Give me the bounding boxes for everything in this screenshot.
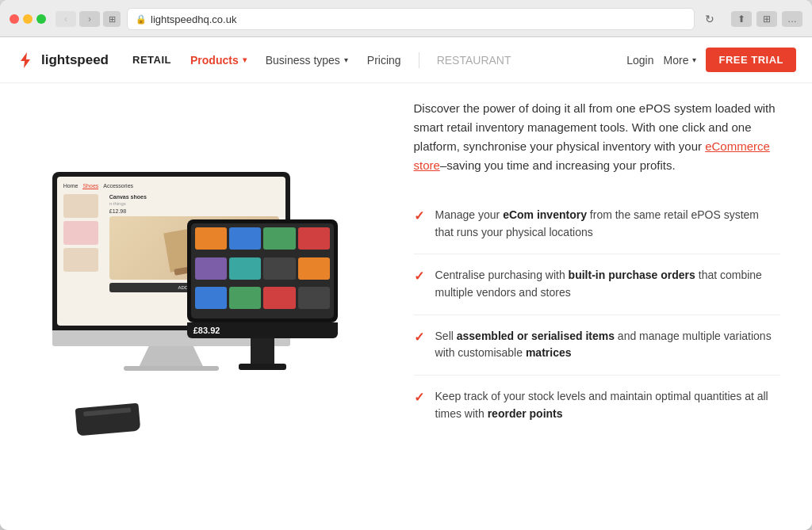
products-chevron-icon: ▾ xyxy=(243,55,247,64)
lock-icon: 🔒 xyxy=(136,14,147,25)
feature-list: ✓ Manage your eCom inventory from the sa… xyxy=(414,194,780,436)
screen-product-name: Canvas shoes xyxy=(109,194,279,200)
product-tile-4 xyxy=(298,227,330,250)
left-panel: Home Shoes Accessories xyxy=(0,83,390,530)
business-types-chevron-icon: ▾ xyxy=(344,55,348,64)
product-tile-1 xyxy=(195,227,227,250)
right-panel: Discover the power of doing it all from … xyxy=(390,83,812,530)
nav-items: RETAIL Products ▾ Business types ▾ Prici… xyxy=(124,49,626,71)
main-navigation: lightspeed RETAIL Products ▾ Business ty… xyxy=(0,37,812,83)
shoe-thumb-1 xyxy=(63,194,98,218)
free-trial-button[interactable]: FREE TRIAL xyxy=(706,48,796,72)
tablet-bottom-bar: £83.92 xyxy=(187,322,338,338)
product-tile-12 xyxy=(298,287,330,309)
browser-chrome: ‹ › ⊞ 🔒 lightspeedhq.co.uk ↻ ⬆ ⊞ … xyxy=(0,0,812,37)
nav-pricing[interactable]: Pricing xyxy=(359,49,409,71)
product-tile-5 xyxy=(195,257,227,280)
feature-item-4: ✓ Keep track of your stock levels and ma… xyxy=(414,376,780,435)
feature-item-1: ✓ Manage your eCom inventory from the sa… xyxy=(414,194,780,254)
page-content: lightspeed RETAIL Products ▾ Business ty… xyxy=(0,37,812,530)
shoe-thumb-2 xyxy=(63,221,98,245)
minimize-button[interactable] xyxy=(23,14,33,24)
feature-item-2: ✓ Centralise purchasing with built-in pu… xyxy=(414,254,780,315)
close-button[interactable] xyxy=(10,14,19,24)
more-button[interactable]: More ▾ xyxy=(664,54,697,67)
fullscreen-button[interactable] xyxy=(36,14,46,24)
nav-divider xyxy=(419,52,419,68)
tablet-inner xyxy=(191,223,334,318)
product-tile-2 xyxy=(229,227,261,250)
device-image: Home Shoes Accessories xyxy=(52,156,338,457)
product-tile-9 xyxy=(195,287,227,309)
feature-text-4: Keep track of your stock levels and main… xyxy=(435,388,780,422)
tab-bar: ‹ › ⊞ xyxy=(56,11,121,27)
nav-products[interactable]: Products ▾ xyxy=(182,49,255,71)
logo-area[interactable]: lightspeed xyxy=(16,51,109,70)
lightspeed-logo-icon xyxy=(16,51,35,70)
screen-nav-shoes: Shoes xyxy=(82,183,98,189)
login-button[interactable]: Login xyxy=(626,54,653,67)
add-tab-button[interactable]: ⊞ xyxy=(756,11,777,27)
reload-button[interactable]: ↻ xyxy=(701,11,718,27)
feature-text-2: Centralise purchasing with built-in purc… xyxy=(435,267,780,301)
intro-paragraph: Discover the power of doing it all from … xyxy=(414,99,780,175)
pos-amount: £83.92 xyxy=(193,326,220,335)
nav-business-types[interactable]: Business types ▾ xyxy=(258,49,356,71)
pos-tablet: £83.92 xyxy=(187,219,338,370)
product-tile-8 xyxy=(298,257,330,280)
check-icon-2: ✓ xyxy=(414,269,424,284)
browser-window: ‹ › ⊞ 🔒 lightspeedhq.co.uk ↻ ⬆ ⊞ … light… xyxy=(0,0,812,530)
tablet-stand xyxy=(251,338,274,370)
screen-nav-accessories: Accessories xyxy=(103,183,133,189)
nav-restaurant[interactable]: RESTAURANT xyxy=(429,49,519,71)
url-text: lightspeedhq.co.uk xyxy=(151,13,236,25)
check-icon-4: ✓ xyxy=(414,390,424,405)
browser-actions: ⬆ ⊞ … xyxy=(731,11,802,27)
product-tile-6 xyxy=(229,257,261,280)
feature-text-3: Sell assembled or serialised items and m… xyxy=(435,328,780,362)
address-bar[interactable]: 🔒 lightspeedhq.co.uk xyxy=(127,8,695,30)
product-tile-11 xyxy=(263,287,295,309)
shoe-thumb-3 xyxy=(63,248,98,272)
check-icon-1: ✓ xyxy=(414,208,424,223)
feature-text-1: Manage your eCom inventory from the same… xyxy=(435,207,780,241)
nav-retail: RETAIL xyxy=(124,49,179,71)
more-chevron-icon: ▾ xyxy=(692,55,696,64)
screen-nav-home: Home xyxy=(63,183,79,189)
screen-product-price: £12.98 xyxy=(109,208,279,214)
traffic-lights xyxy=(10,14,46,24)
product-tile-7 xyxy=(263,257,295,280)
share-button[interactable]: ⬆ xyxy=(731,11,752,27)
product-tile-10 xyxy=(229,287,261,309)
check-icon-3: ✓ xyxy=(414,330,424,345)
forward-button[interactable]: › xyxy=(79,11,100,27)
tab-icon: ⊞ xyxy=(103,11,121,27)
nav-right: Login More ▾ FREE TRIAL xyxy=(626,48,796,72)
main-content: Home Shoes Accessories xyxy=(0,83,812,530)
screen-nav: Home Shoes Accessories xyxy=(63,183,279,189)
sidebar-button[interactable]: … xyxy=(782,11,802,27)
back-button[interactable]: ‹ xyxy=(56,11,76,27)
screen-sidebar xyxy=(63,194,103,292)
tablet-outer xyxy=(187,219,338,322)
logo-text: lightspeed xyxy=(41,52,109,68)
feature-item-3: ✓ Sell assembled or serialised items and… xyxy=(414,315,780,376)
barcode-scanner xyxy=(75,403,140,437)
screen-product-brand: n·things xyxy=(109,201,279,206)
product-tile-3 xyxy=(263,227,295,250)
